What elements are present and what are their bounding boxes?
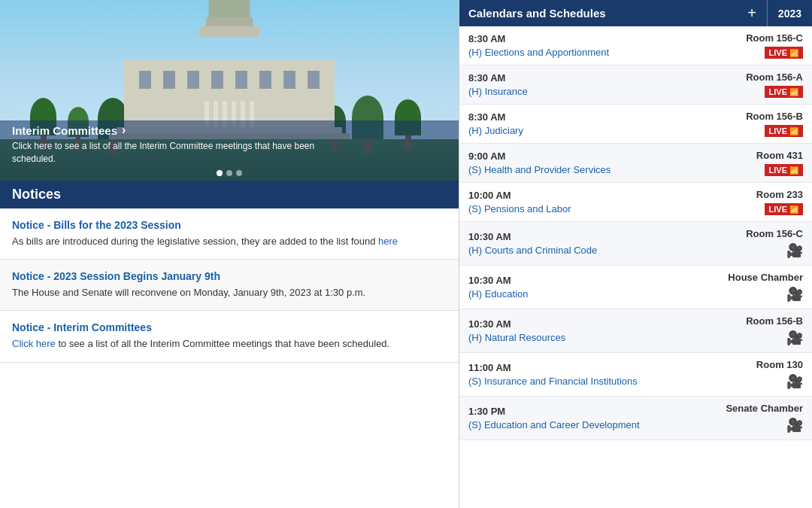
schedule-committee-2[interactable]: (H) Judiciary [468, 125, 523, 136]
notice-item-2: Notice - 2023 Session Begins January 9th… [0, 260, 459, 311]
schedule-left-2: 8:30 AM (H) Judiciary [468, 111, 523, 136]
schedule-committee-9[interactable]: (S) Education and Career Development [468, 419, 640, 430]
schedule-row-4: 10:00 AM (S) Pensions and Labor Room 233… [459, 183, 812, 222]
schedule-left-5: 10:30 AM (H) Courts and Criminal Code [468, 231, 597, 256]
live-badge: LIVE 📶 [765, 125, 803, 137]
schedule-left-7: 10:30 AM (H) Natural Resources [468, 318, 565, 343]
schedule-room-6: House Chamber [728, 272, 803, 283]
schedule-right-8: Room 130 🎥 [713, 359, 803, 390]
schedule-time-5: 10:30 AM [468, 231, 597, 242]
video-icon: 🎥 [786, 242, 803, 259]
notice-body-1: As bills are introduced during the legis… [12, 235, 447, 248]
wifi-icon: 📶 [789, 127, 798, 135]
hero-label[interactable]: Interim Committees › [12, 123, 350, 137]
notice-title-1[interactable]: Notice - Bills for the 2023 Session [12, 219, 447, 231]
carousel-dot-3[interactable] [236, 170, 242, 176]
schedule-committee-5[interactable]: (H) Courts and Criminal Code [468, 245, 597, 256]
schedule-time-3: 9:00 AM [468, 151, 611, 162]
schedule-right-5: Room 156-C 🎥 [713, 228, 803, 259]
schedule-left-8: 11:00 AM (S) Insurance and Financial Ins… [468, 362, 638, 387]
carousel-dot-1[interactable] [217, 170, 223, 176]
hero-subtitle: Click here to see a list of all the Inte… [12, 140, 350, 166]
video-icon: 🎥 [786, 286, 803, 303]
schedule-right-3: Room 431 LIVE 📶 [713, 150, 803, 176]
schedule-room-2: Room 156-B [746, 111, 803, 122]
schedule-right-4: Room 233 LIVE 📶 [713, 189, 803, 215]
schedule-row-3: 9:00 AM (S) Health and Provider Services… [459, 144, 812, 183]
video-icon: 🎥 [786, 417, 803, 433]
schedule-left-4: 10:00 AM (S) Pensions and Labor [468, 190, 571, 214]
schedule-time-7: 10:30 AM [468, 318, 565, 330]
notice-title-2[interactable]: Notice - 2023 Session Begins January 9th [12, 270, 447, 282]
hero-title: Interim Committees [12, 124, 117, 137]
schedule-row-9: 1:30 PM (S) Education and Career Develop… [459, 397, 812, 440]
schedule-left-0: 8:30 AM (H) Elections and Apportionment [468, 33, 609, 58]
notice-link-2[interactable]: Click here [12, 338, 56, 349]
schedule-row-0: 8:30 AM (H) Elections and Apportionment … [459, 26, 812, 65]
schedule-right-2: Room 156-B LIVE 📶 [713, 111, 803, 137]
carousel-dots[interactable] [217, 170, 242, 176]
notice-body-text-3: to see a list of all the Interim Committ… [56, 338, 389, 349]
arrow-right-icon: › [122, 123, 126, 137]
notice-link-1[interactable]: here [378, 236, 398, 247]
live-badge: LIVE 📶 [765, 86, 803, 98]
schedule-row-1: 8:30 AM (H) Insurance Room 156-A LIVE 📶 [459, 65, 812, 105]
schedule-committee-6[interactable]: (H) Education [468, 288, 528, 300]
schedule-committee-1[interactable]: (H) Insurance [468, 86, 528, 97]
schedule-committee-4[interactable]: (S) Pensions and Labor [468, 203, 571, 214]
schedule-committee-7[interactable]: (H) Natural Resources [468, 332, 565, 343]
schedule-room-1: Room 156-A [746, 71, 803, 83]
schedule-right-7: Room 156-B 🎥 [713, 315, 803, 346]
schedule-time-2: 8:30 AM [468, 111, 523, 123]
schedule-row-7: 10:30 AM (H) Natural Resources Room 156-… [459, 309, 812, 353]
schedule-room-8: Room 130 [756, 359, 803, 370]
schedule-time-4: 10:00 AM [468, 190, 571, 201]
schedule-room-3: Room 431 [756, 150, 803, 161]
schedule-row-2: 8:30 AM (H) Judiciary Room 156-B LIVE 📶 [459, 105, 812, 144]
video-icon: 🎥 [786, 330, 803, 346]
schedule-time-6: 10:30 AM [468, 275, 528, 286]
live-badge: LIVE 📶 [765, 164, 803, 176]
schedule-time-0: 8:30 AM [468, 33, 609, 44]
notice-body-2: The House and Senate will reconvene on M… [12, 286, 447, 300]
video-icon: 🎥 [786, 373, 803, 390]
live-badge: LIVE 📶 [765, 47, 803, 59]
notices-title: Notices [12, 187, 61, 202]
right-panel: Calendars and Schedules + 2023 8:30 AM (… [459, 0, 812, 508]
schedule-left-6: 10:30 AM (H) Education [468, 275, 528, 300]
schedule-row-6: 10:30 AM (H) Education House Chamber 🎥 [459, 266, 812, 309]
schedule-row-8: 11:00 AM (S) Insurance and Financial Ins… [459, 353, 812, 397]
schedule-right-6: House Chamber 🎥 [713, 272, 803, 303]
live-badge: LIVE 📶 [765, 203, 803, 215]
notices-list: Notice - Bills for the 2023 Session As b… [0, 208, 459, 508]
schedule-left-3: 9:00 AM (S) Health and Provider Services [468, 151, 611, 175]
schedules-plus-button[interactable]: + [737, 0, 768, 26]
notice-body-3: Click here to see a list of all the Inte… [12, 337, 447, 351]
schedule-committee-0[interactable]: (H) Elections and Apportionment [468, 47, 609, 58]
notice-item-3: Notice - Interim Committees Click here t… [0, 311, 459, 362]
schedule-committee-3[interactable]: (S) Health and Provider Services [468, 164, 611, 175]
schedule-right-1: Room 156-A LIVE 📶 [713, 71, 803, 98]
notices-header: Notices [0, 181, 459, 208]
schedule-room-4: Room 233 [756, 189, 803, 200]
schedules-title: Calendars and Schedules [459, 0, 737, 26]
schedule-right-0: Room 156-C LIVE 📶 [713, 32, 803, 59]
schedule-left-9: 1:30 PM (S) Education and Career Develop… [468, 406, 640, 430]
wifi-icon: 📶 [789, 49, 798, 57]
carousel-dot-2[interactable] [226, 170, 232, 176]
hero-image: Interim Committees › Click here to see a… [0, 0, 459, 181]
schedule-right-9: Senate Chamber 🎥 [713, 403, 803, 433]
schedule-row-5: 10:30 AM (H) Courts and Criminal Code Ro… [459, 222, 812, 266]
hero-text-block[interactable]: Interim Committees › Click here to see a… [12, 123, 350, 166]
schedules-header: Calendars and Schedules + 2023 [459, 0, 812, 26]
wifi-icon: 📶 [789, 166, 798, 175]
schedule-committee-8[interactable]: (S) Insurance and Financial Institutions [468, 376, 638, 387]
schedule-time-1: 8:30 AM [468, 72, 528, 84]
wifi-icon: 📶 [789, 205, 798, 214]
schedule-room-0: Room 156-C [746, 32, 803, 44]
schedules-year: 2023 [768, 0, 812, 26]
notice-body-text-1: As bills are introduced during the legis… [12, 236, 378, 247]
notice-title-3[interactable]: Notice - Interim Committees [12, 321, 447, 333]
left-panel: Interim Committees › Click here to see a… [0, 0, 459, 508]
schedule-room-5: Room 156-C [746, 228, 803, 239]
